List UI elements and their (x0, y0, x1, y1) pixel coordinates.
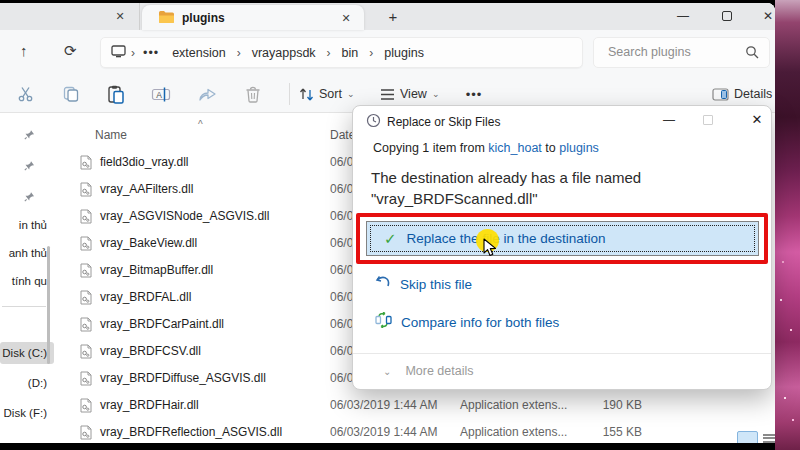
copy-destination-link[interactable]: plugins (559, 141, 599, 155)
sidebar-drive-item[interactable]: (D:) (0, 372, 54, 394)
chevron-down-icon: ⌄ (432, 89, 440, 99)
breadcrumb-segment[interactable]: vrayappsdk (246, 44, 322, 62)
sidebar-folder-item[interactable]: anh thủ (0, 242, 54, 264)
mouse-cursor (483, 238, 499, 261)
dll-file-icon (80, 317, 92, 335)
file-date: 06/03/2019 1:44 AM (330, 398, 437, 412)
breadcrumb-segment[interactable]: bin (336, 44, 365, 62)
address-row: ↑ ⟳ › ••• extension›vrayappsdk›bin›plugi… (0, 30, 775, 75)
folder-icon (158, 10, 175, 28)
compare-files-button[interactable]: Compare info for both files (375, 311, 559, 333)
search-placeholder: Search plugins (608, 45, 691, 59)
file-row[interactable]: vray_BRDFReflection_ASGVIS.dll 06/03/201… (60, 419, 775, 443)
window-maximize-button[interactable] (722, 11, 732, 21)
cut-icon[interactable] (15, 83, 37, 105)
tab-close-icon[interactable]: ✕ (112, 8, 128, 24)
refresh-icon[interactable]: ⟳ (64, 42, 77, 60)
breadcrumb: › ••• extension›vrayappsdk›bin›plugins (111, 38, 430, 67)
file-name: vray_BRDFCSV.dll (100, 344, 201, 358)
paste-icon[interactable] (105, 83, 127, 105)
conflict-message-line1: The destination already has a file named (371, 167, 761, 188)
more-options-icon[interactable]: ••• (463, 83, 485, 105)
file-name: vray_BakeView.dll (100, 236, 197, 250)
toolbar-divider (289, 83, 290, 105)
copy-status-line: Copying 1 item from kich_hoat to plugins (373, 141, 599, 155)
search-box[interactable]: Search plugins (593, 37, 770, 68)
dialog-close-button[interactable]: ✕ (743, 111, 771, 129)
up-arrow-icon[interactable]: ↑ (20, 42, 28, 59)
breadcrumb-overflow[interactable]: ••• (140, 46, 162, 60)
window-close-button[interactable]: ✕ (753, 7, 775, 25)
skip-arrow-icon (375, 274, 391, 294)
sidebar-scrollbar[interactable] (47, 246, 50, 364)
sidebar-pinned-item[interactable] (0, 184, 54, 206)
address-bar[interactable]: › ••• extension›vrayappsdk›bin›plugins (100, 37, 583, 68)
dll-file-icon (80, 236, 92, 254)
sidebar-item-label: tính qu (12, 270, 47, 292)
conflict-message: The destination already has a file named… (371, 167, 761, 209)
skip-file-button[interactable]: Skip this file (375, 273, 472, 295)
dll-file-icon (80, 371, 92, 389)
screen: ✕ plugins ✕ + — ✕ ↑ ⟳ (0, 0, 800, 450)
copy-progress-icon (366, 113, 381, 132)
sidebar-item-label: in thủ (19, 214, 47, 236)
sidebar-item-label: anh thủ (9, 242, 47, 264)
sidebar-pinned-item[interactable] (0, 153, 54, 175)
new-tab-button[interactable]: + (383, 7, 403, 27)
this-pc-icon[interactable] (111, 45, 126, 61)
copy-icon[interactable] (60, 83, 82, 105)
file-name: vray_BRDFCarPaint.dll (100, 317, 224, 331)
desktop-wallpaper (775, 0, 800, 450)
dll-file-icon (80, 155, 92, 173)
details-view-toggle[interactable] (737, 431, 758, 443)
tab-plugins[interactable]: plugins ✕ (142, 5, 364, 30)
view-button[interactable]: View ⌄ (380, 83, 439, 105)
sidebar-divider (2, 306, 46, 307)
file-name: vray_ASGVISNode_ASGVIS.dll (100, 209, 269, 223)
share-icon[interactable] (196, 83, 218, 105)
chevron-icon: › (368, 46, 374, 60)
breadcrumb-segment[interactable]: extension (166, 44, 232, 62)
file-size: 155 KB (580, 425, 642, 439)
dll-file-icon (80, 425, 92, 443)
sidebar-folder-item[interactable]: in thủ (0, 214, 54, 236)
sort-ascending-icon: ^ (198, 119, 203, 130)
sidebar-pinned-item[interactable] (0, 122, 54, 144)
dll-file-icon (80, 398, 92, 416)
dialog-maximize-button[interactable] (703, 115, 713, 125)
dll-file-icon (80, 263, 92, 281)
more-details-toggle[interactable]: ⌄ More details (383, 364, 473, 378)
file-row[interactable]: vray_BRDFHair.dll 06/03/2019 1:44 AM App… (60, 392, 775, 419)
dialog-minimize-button[interactable]: — (655, 111, 683, 129)
thumbnails-view-toggle[interactable] (763, 432, 775, 443)
sidebar-drive-label: (D:) (28, 372, 47, 394)
details-label: Details (734, 87, 772, 101)
sidebar-folder-item[interactable]: tính qu (0, 270, 54, 292)
tab-close-icon[interactable]: ✕ (338, 10, 354, 26)
rename-icon[interactable]: A (150, 83, 172, 105)
file-size: 190 KB (580, 398, 642, 412)
pin-icon (24, 187, 35, 209)
conflict-filename: "vray_BRDFScanned.dll" (371, 188, 761, 209)
sidebar-drive-label: Disk (F:) (4, 402, 47, 424)
breadcrumb-segment[interactable]: plugins (378, 44, 430, 62)
file-name: vray_BRDFReflection_ASGVIS.dll (100, 425, 282, 439)
tab-inactive[interactable]: ✕ (0, 3, 140, 30)
search-icon[interactable] (745, 45, 759, 63)
explorer-chrome: ✕ plugins ✕ + — ✕ ↑ ⟳ (0, 3, 775, 113)
details-button[interactable]: Details (712, 83, 772, 105)
dll-file-icon (80, 182, 92, 200)
svg-text:A: A (156, 89, 162, 99)
copy-source-link[interactable]: kich_hoat (488, 141, 542, 155)
chevron-icon: › (236, 46, 242, 60)
more-details-label: More details (405, 364, 473, 378)
tab-strip: ✕ plugins ✕ + — ✕ (0, 3, 775, 30)
sidebar-drive-item[interactable]: Disk (C:) (0, 342, 54, 364)
sidebar-drive-item[interactable]: Disk (F:) (0, 402, 54, 424)
dialog-divider (353, 353, 771, 354)
window-minimize-button[interactable]: — (668, 7, 698, 25)
column-header-name[interactable]: Name (95, 128, 127, 142)
sort-button[interactable]: Sort ⌄ (299, 83, 354, 105)
dll-file-icon (80, 344, 92, 362)
delete-icon[interactable] (242, 83, 264, 105)
